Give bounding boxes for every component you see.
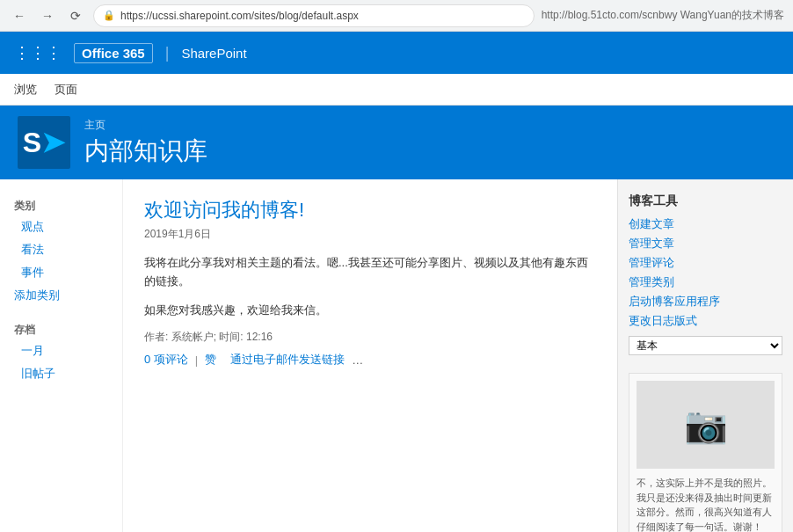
site-header-text: 主页 内部知识库 (84, 118, 207, 168)
sharepoint-s-logo: S➤ (23, 126, 65, 159)
share-link[interactable]: 通过电子邮件发送链接 (230, 352, 345, 368)
forward-button[interactable]: → (37, 5, 58, 26)
second-nav-bar: 浏览 页面 (0, 74, 793, 106)
sidebar-category-3[interactable]: 事件 (0, 261, 122, 284)
nav-browse[interactable]: 浏览 (14, 75, 37, 105)
sharepoint-label[interactable]: SharePoint (181, 46, 246, 61)
photo-widget: 📷 不，这实际上并不是我的照片。我只是还没来得及抽出时间更新这部分。然而，很高兴… (629, 373, 782, 532)
blog-content: 欢迎访问我的博客! 2019年1月6日 我将在此分享我对相关主题的看法。嗯...… (123, 179, 617, 532)
nav-page[interactable]: 页面 (55, 75, 77, 105)
site-header: S➤ 主页 内部知识库 (0, 106, 793, 179)
url-bar[interactable]: 🔒 https://ucssi.sharepoint.com/sites/blo… (93, 4, 535, 27)
url-text: https://ucssi.sharepoint.com/sites/blog/… (120, 10, 359, 22)
photo-placeholder: 📷 (637, 381, 775, 469)
post-body-2: 如果您对我感兴趣，欢迎给我来信。 (144, 302, 596, 320)
office365-badge[interactable]: Office 365 (74, 43, 153, 63)
post-meta: 作者: 系统帐户; 时间: 12:16 (144, 330, 596, 345)
breadcrumb: 主页 (84, 118, 207, 133)
refresh-button[interactable]: ⟳ (65, 5, 86, 26)
waffle-icon[interactable]: ⋮⋮⋮ (11, 40, 65, 66)
watermark: http://blog.51cto.com/scnbwy WangYuan的技术… (542, 8, 784, 23)
post-title: 欢迎访问我的博客! (144, 197, 596, 223)
action-separator: | (195, 353, 198, 367)
tools-title: 博客工具 (629, 193, 782, 209)
right-sidebar: 博客工具 创建文章 管理文章 管理评论 管理类别 启动博客应用程序 更改日志版式… (617, 179, 793, 532)
tool-link-launch-app[interactable]: 启动博客应用程序 (629, 294, 782, 310)
post-date: 2019年1月6日 (144, 227, 596, 242)
sidebar-category-1[interactable]: 观点 (0, 215, 122, 238)
browser-chrome: ← → ⟳ 🔒 https://ucssi.sharepoint.com/sit… (0, 0, 793, 32)
sidebar-archive-1[interactable]: 一月 (0, 339, 122, 362)
comment-link[interactable]: 0 项评论 (144, 352, 188, 368)
tool-link-manage-posts[interactable]: 管理文章 (629, 236, 782, 251)
more-options[interactable]: … (352, 353, 363, 367)
categories-label: 类别 (0, 193, 122, 215)
post-actions: 0 项评论 | 赞 通过电子邮件发送链接 … (144, 352, 596, 368)
photo-caption: 不，这实际上并不是我的照片。我只是还没来得及抽出时间更新这部分。然而，很高兴知道… (637, 476, 775, 532)
add-category-link[interactable]: 添加类别 (0, 284, 122, 307)
post-body-1: 我将在此分享我对相关主题的看法。嗯...我甚至还可能分享图片、视频以及其他有趣东… (144, 254, 596, 291)
like-button[interactable]: 赞 (205, 352, 216, 368)
back-button[interactable]: ← (9, 5, 30, 26)
nav-divider: | (165, 44, 170, 62)
lock-icon: 🔒 (103, 10, 115, 21)
site-logo: S➤ (18, 116, 70, 169)
main-container: 类别 观点 看法 事件 添加类别 存档 一月 旧帖子 欢迎访问我的博客! 201… (0, 179, 793, 532)
top-nav: ⋮⋮⋮ Office 365 | SharePoint (0, 32, 793, 74)
style-select[interactable]: 基本 (629, 336, 782, 355)
camera-icon: 📷 (684, 404, 728, 446)
site-title: 内部知识库 (84, 135, 207, 168)
sidebar-category-2[interactable]: 看法 (0, 238, 122, 261)
tool-link-change-style: 更改日志版式 (629, 313, 782, 329)
tool-link-create[interactable]: 创建文章 (629, 216, 782, 232)
archive-label: 存档 (0, 317, 122, 339)
left-sidebar: 类别 观点 看法 事件 添加类别 存档 一月 旧帖子 (0, 179, 123, 532)
sidebar-archive-2[interactable]: 旧帖子 (0, 362, 122, 385)
tool-link-manage-categories[interactable]: 管理类别 (629, 274, 782, 290)
tool-link-manage-comments[interactable]: 管理评论 (629, 255, 782, 271)
